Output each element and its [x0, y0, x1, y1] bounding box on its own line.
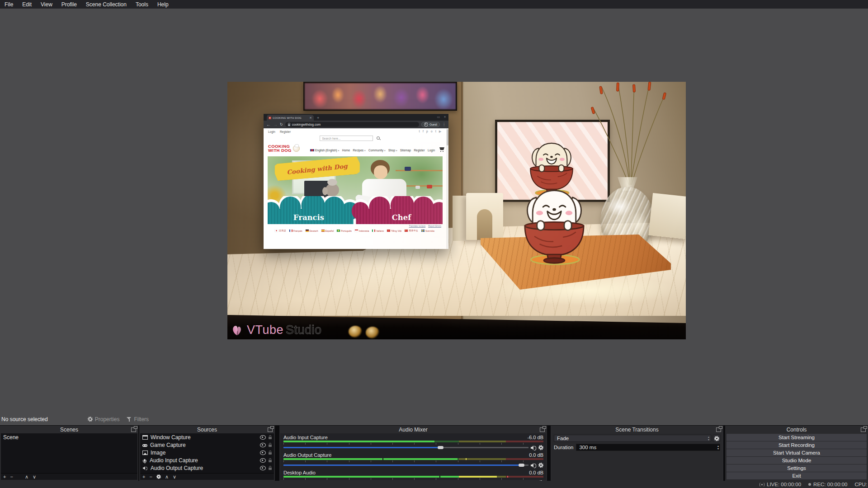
- transitions-title: Scene Transitions: [615, 427, 658, 433]
- window-capture-icon: [142, 435, 148, 440]
- scene-down-button[interactable]: ∨: [33, 474, 36, 479]
- anime-poster-source[interactable]: [303, 82, 457, 111]
- transitions-body: Fade ▴▾ Duration 300 ms ▴▾: [552, 433, 722, 480]
- exit-button[interactable]: Exit: [726, 472, 867, 479]
- pinterest-icon: p: [426, 130, 428, 133]
- lock-icon[interactable]: [269, 437, 272, 439]
- audio-mixer-title: Audio Mixer: [399, 427, 427, 433]
- scenes-toolbar: + − ∧ ∨: [1, 473, 137, 480]
- settings-button[interactable]: Settings: [726, 465, 867, 472]
- sources-panel: Sources Window Capture Game Capture Imag…: [139, 426, 275, 481]
- scene-list-item[interactable]: Scene: [1, 433, 137, 441]
- vtuber-dog-model-source[interactable]: [515, 184, 593, 268]
- sources-toolbar: + − ∧ ∨: [140, 473, 274, 480]
- menu-view[interactable]: View: [36, 0, 57, 9]
- mic-icon: [144, 459, 146, 462]
- hero-shelves: [396, 170, 443, 171]
- speaker-icon: [143, 466, 147, 470]
- start-streaming-button[interactable]: Start Streaming: [726, 434, 867, 441]
- visibility-icon[interactable]: [260, 450, 266, 455]
- search-icon: [377, 136, 381, 141]
- scene-up-button[interactable]: ∧: [25, 474, 28, 479]
- mixer-audio-input-capture: Audio Input Capture-6.0 dB: [283, 434, 543, 450]
- window-controls: ▭✕: [437, 115, 447, 119]
- lang-jp: 日本語: [275, 229, 286, 232]
- napkin-holder-prop: [466, 193, 503, 240]
- popout-icon[interactable]: [131, 427, 136, 432]
- close-icon: ✕: [443, 115, 446, 119]
- record-dot-icon: [808, 483, 811, 486]
- source-down-button[interactable]: ∨: [173, 474, 176, 479]
- volume-meter: [283, 441, 543, 442]
- remove-scene-button[interactable]: −: [10, 474, 13, 479]
- url-text: cookingwithdog.com: [292, 123, 321, 126]
- popout-icon[interactable]: [268, 427, 273, 432]
- dock-area: Scenes Scene + − ∧ ∨ Sources Window Capt…: [0, 425, 868, 481]
- visibility-icon[interactable]: [260, 435, 266, 440]
- social-icons: tf po t▶: [419, 130, 441, 133]
- mixer-gear-icon[interactable]: [538, 463, 543, 468]
- transition-select[interactable]: Fade ▴▾: [554, 435, 711, 442]
- volume-meter: [283, 458, 543, 460]
- uk-flag-icon: [310, 149, 314, 151]
- source-properties-icon[interactable]: [156, 474, 161, 479]
- add-source-button[interactable]: +: [142, 474, 145, 479]
- menu-edit[interactable]: Edit: [18, 0, 36, 9]
- menu-scene-collection[interactable]: Scene Collection: [81, 0, 131, 9]
- spin-down-icon[interactable]: ▾: [717, 447, 719, 450]
- add-scene-button[interactable]: +: [3, 474, 6, 479]
- mute-toggle-icon[interactable]: [531, 463, 536, 468]
- window-capture-browser-source[interactable]: COOKING WITH DOG ✕ + ▭✕ ← → ↻ cookingwit…: [264, 114, 448, 249]
- hero-name-francis: Francis: [293, 213, 324, 222]
- start-virtual-camera-button[interactable]: Start Virtual Camera: [726, 449, 867, 456]
- visibility-icon[interactable]: [260, 443, 266, 447]
- slider-handle[interactable]: [438, 446, 443, 449]
- slider-handle[interactable]: [519, 464, 524, 467]
- lock-icon[interactable]: [269, 460, 272, 462]
- source-row-window-capture[interactable]: Window Capture: [140, 433, 274, 441]
- lock-icon[interactable]: [269, 468, 272, 470]
- visibility-icon[interactable]: [260, 466, 266, 470]
- transition-properties-button[interactable]: [713, 435, 720, 442]
- reload-icon: ↻: [280, 122, 283, 127]
- meter-ticks: [283, 443, 543, 445]
- mixer-db-value: -6.0 dB: [528, 435, 543, 440]
- mute-toggle-icon[interactable]: [531, 446, 536, 450]
- search-input: Search here...: [320, 136, 373, 141]
- counter-reflection: [366, 327, 379, 338]
- menu-tools[interactable]: Tools: [131, 0, 153, 9]
- menu-file[interactable]: File: [0, 0, 18, 9]
- studio-mode-button[interactable]: Studio Mode: [726, 457, 867, 464]
- source-row-image[interactable]: Image: [140, 449, 274, 456]
- mixer-db-value: 0.0 dB: [529, 452, 543, 458]
- tab-close-icon: ✕: [309, 116, 312, 119]
- volume-slider[interactable]: [283, 445, 528, 450]
- menu-help[interactable]: Help: [153, 0, 173, 9]
- gear-icon: [88, 417, 93, 422]
- duration-spinner[interactable]: 300 ms ▴▾: [576, 444, 720, 451]
- source-up-button[interactable]: ∧: [165, 474, 169, 479]
- source-row-game-capture[interactable]: Game Capture: [140, 441, 274, 449]
- source-row-audio-output[interactable]: Audio Output Capture: [140, 464, 274, 472]
- nav-sitemap: Sitemap: [400, 149, 411, 152]
- mixer-name: Audio Output Capture: [283, 452, 331, 458]
- properties-button[interactable]: Properties: [88, 416, 120, 422]
- popout-icon[interactable]: [861, 427, 866, 432]
- start-recording-button[interactable]: Start Recording: [726, 441, 867, 449]
- popout-icon[interactable]: [540, 427, 545, 432]
- lock-icon[interactable]: [269, 452, 272, 455]
- scene-preview[interactable]: COOKING WITH DOG ✕ + ▭✕ ← → ↻ cookingwit…: [227, 82, 686, 339]
- address-bar: cookingwithdog.com: [285, 122, 419, 127]
- visibility-icon[interactable]: [260, 458, 266, 463]
- back-icon: ←: [266, 122, 271, 127]
- menu-profile[interactable]: Profile: [57, 0, 81, 9]
- mixer-gear-icon[interactable]: [538, 445, 543, 450]
- filters-button[interactable]: Filters: [127, 416, 149, 422]
- lock-icon[interactable]: [269, 445, 272, 447]
- report-link: Report Errors: [428, 225, 441, 227]
- source-row-audio-input[interactable]: Audio Input Capture: [140, 456, 274, 464]
- volume-slider[interactable]: [283, 463, 528, 468]
- popout-icon[interactable]: [716, 427, 721, 432]
- remove-source-button[interactable]: −: [149, 474, 152, 479]
- controls-panel: Controls Start Streaming Start Recording…: [725, 426, 868, 481]
